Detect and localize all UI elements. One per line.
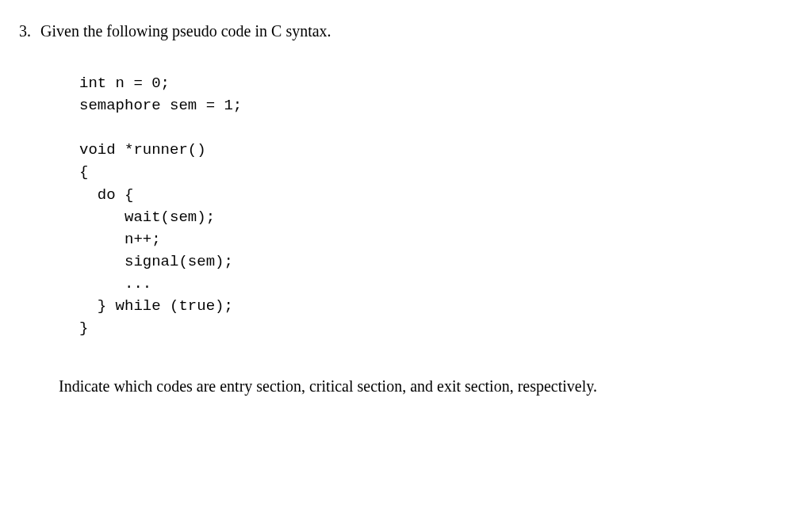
question-number: 3. [19, 22, 31, 40]
code-line: wait(sem); [79, 208, 215, 226]
code-line: } while (true); [79, 297, 233, 315]
question-text: Given the following pseudo code in C syn… [40, 22, 331, 40]
code-line: ... [79, 275, 151, 292]
code-block: int n = 0; semaphore sem = 1; void *runn… [79, 72, 793, 339]
code-line: void *runner() [79, 141, 206, 159]
code-line: signal(sem); [79, 253, 233, 270]
code-line: } [79, 319, 88, 337]
code-line: { [79, 163, 88, 181]
instruction-text: Indicate which codes are entry section, … [59, 377, 793, 396]
question-header: 3. Given the following pseudo code in C … [19, 22, 793, 40]
code-line: do { [79, 186, 133, 204]
code-line: n++; [79, 231, 161, 248]
code-line: int n = 0; [79, 75, 170, 92]
code-line: semaphore sem = 1; [79, 97, 242, 114]
